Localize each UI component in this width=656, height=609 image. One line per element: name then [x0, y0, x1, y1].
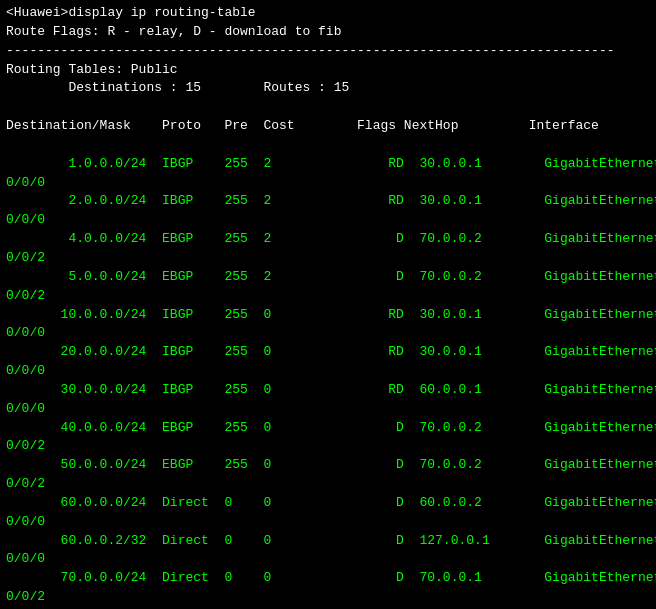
- route-4-a: 5.0.0.0/24 EBGP 255 2 D 70.0.0.2 Gigabit…: [6, 268, 650, 287]
- route-8-b: 0/0/2: [6, 437, 650, 456]
- route-1-a: 1.0.0.0/24 IBGP 255 2 RD 30.0.0.1 Gigabi…: [6, 155, 650, 174]
- routing-tables-label: Routing Tables: Public: [6, 61, 650, 80]
- route-7-a: 30.0.0.0/24 IBGP 255 0 RD 60.0.0.1 Gigab…: [6, 381, 650, 400]
- route-3-b: 0/0/2: [6, 249, 650, 268]
- route-6-a: 20.0.0.0/24 IBGP 255 0 RD 30.0.0.1 Gigab…: [6, 343, 650, 362]
- route-2-a: 2.0.0.0/24 IBGP 255 2 RD 30.0.0.1 Gigabi…: [6, 192, 650, 211]
- blank-line-2: [6, 136, 650, 155]
- route-5-b: 0/0/0: [6, 324, 650, 343]
- flags-legend: Route Flags: R - relay, D - download to …: [6, 23, 650, 42]
- route-10-b: 0/0/0: [6, 513, 650, 532]
- terminal-window: <Huawei>display ip routing-table Route F…: [0, 0, 656, 609]
- divider: ----------------------------------------…: [6, 42, 650, 61]
- route-9-a: 50.0.0.0/24 EBGP 255 0 D 70.0.0.2 Gigabi…: [6, 456, 650, 475]
- route-9-b: 0/0/2: [6, 475, 650, 494]
- route-12-b: 0/0/2: [6, 588, 650, 607]
- route-2-b: 0/0/0: [6, 211, 650, 230]
- route-4-b: 0/0/2: [6, 287, 650, 306]
- command-line: <Huawei>display ip routing-table: [6, 4, 650, 23]
- route-7-b: 0/0/0: [6, 400, 650, 419]
- route-5-a: 10.0.0.0/24 IBGP 255 0 RD 30.0.0.1 Gigab…: [6, 306, 650, 325]
- route-6-b: 0/0/0: [6, 362, 650, 381]
- route-11-a: 60.0.0.2/32 Direct 0 0 D 127.0.0.1 Gigab…: [6, 532, 650, 551]
- route-11-b: 0/0/0: [6, 550, 650, 569]
- route-10-a: 60.0.0.0/24 Direct 0 0 D 60.0.0.2 Gigabi…: [6, 494, 650, 513]
- blank-line-1: [6, 98, 650, 117]
- table-header: Destination/Mask Proto Pre Cost Flags Ne…: [6, 117, 650, 136]
- route-8-a: 40.0.0.0/24 EBGP 255 0 D 70.0.0.2 Gigabi…: [6, 419, 650, 438]
- route-3-a: 4.0.0.0/24 EBGP 255 2 D 70.0.0.2 Gigabit…: [6, 230, 650, 249]
- route-12-a: 70.0.0.0/24 Direct 0 0 D 70.0.0.1 Gigabi…: [6, 569, 650, 588]
- route-1-b: 0/0/0: [6, 174, 650, 193]
- dest-routes-count: Destinations : 15 Routes : 15: [6, 79, 650, 98]
